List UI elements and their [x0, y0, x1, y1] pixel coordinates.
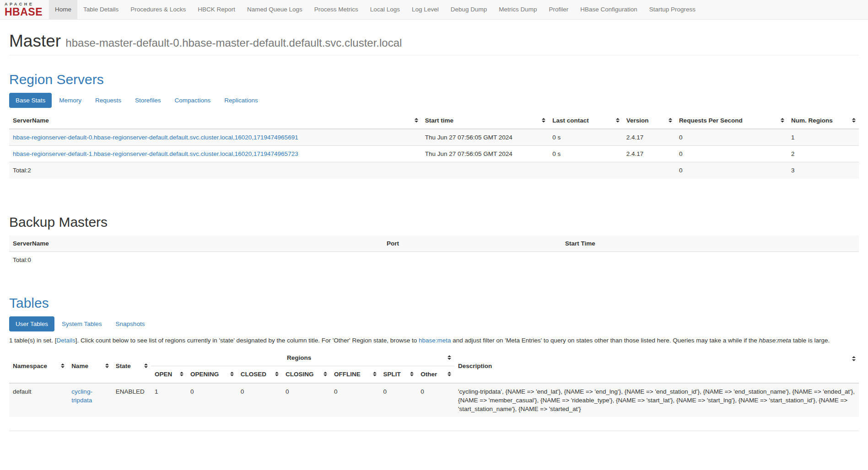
- last-contact-cell: 0 s: [549, 129, 623, 146]
- col-open[interactable]: OPEN: [151, 366, 187, 383]
- col-offline-label: OFFLINE: [334, 371, 361, 378]
- sort-icon: [275, 372, 279, 377]
- col-split[interactable]: SPLIT: [380, 366, 417, 383]
- last-contact-cell: 0 s: [549, 146, 623, 162]
- version-cell: 2.4.17: [623, 129, 675, 146]
- col-state[interactable]: State: [112, 350, 151, 383]
- col-name-label: Name: [71, 363, 88, 369]
- nav-item-log-level[interactable]: Log Level: [406, 0, 445, 19]
- tab-snapshots[interactable]: Snapshots: [109, 316, 151, 331]
- nav-item-startup-progress[interactable]: Startup Progress: [643, 0, 701, 19]
- region-servers-heading: Region Servers: [9, 72, 859, 87]
- start-time-cell: Thu Jun 27 07:56:05 GMT 2024: [421, 129, 549, 146]
- total-label: Total:2: [9, 162, 421, 179]
- col-last-contact-label: Last contact: [552, 117, 589, 124]
- sort-icon: [144, 363, 148, 369]
- state-cell: ENABLED: [112, 383, 151, 417]
- bm-col-servername: ServerName: [9, 235, 383, 252]
- navbar-menu: HomeTable DetailsProcedures & LocksHBCK …: [49, 0, 701, 19]
- col-last-contact[interactable]: Last contact: [549, 112, 623, 129]
- sort-icon: [323, 372, 327, 377]
- region-count-offline[interactable]: 0: [330, 383, 380, 417]
- hbase-logo[interactable]: APACHE HBASE: [0, 0, 49, 19]
- col-split-label: SPLIT: [383, 371, 401, 378]
- sort-icon: [373, 372, 377, 377]
- col-closed[interactable]: CLOSED: [237, 366, 282, 383]
- col-servername[interactable]: ServerName: [9, 112, 421, 129]
- nav-item-local-logs[interactable]: Local Logs: [364, 0, 406, 19]
- master-hostname: hbase-master-default-0.hbase-master-defa…: [65, 37, 402, 49]
- tab-replications[interactable]: Replications: [218, 93, 264, 108]
- region-count-opening[interactable]: 0: [187, 383, 237, 417]
- sort-icon: [447, 355, 451, 360]
- region-count-split[interactable]: 0: [380, 383, 417, 417]
- regionserver-link[interactable]: hbase-regionserver-default-1.hbase-regio…: [13, 150, 298, 157]
- details-link[interactable]: Details: [57, 337, 75, 344]
- regionserver-link[interactable]: hbase-regionserver-default-0.hbase-regio…: [13, 134, 298, 141]
- nav-item-profiler[interactable]: Profiler: [543, 0, 574, 19]
- sort-icon: [542, 118, 545, 123]
- table-name-link[interactable]: cycling-tripdata: [71, 388, 92, 404]
- col-other-label: Other: [421, 371, 437, 378]
- col-closing-label: CLOSING: [286, 371, 314, 378]
- col-version[interactable]: Version: [623, 112, 675, 129]
- sort-icon: [415, 118, 418, 123]
- col-description[interactable]: Description: [454, 350, 859, 383]
- num-regions-cell: 2: [787, 146, 859, 162]
- col-regions-group[interactable]: Regions: [151, 350, 454, 366]
- col-start-time[interactable]: Start time: [421, 112, 549, 129]
- tab-requests[interactable]: Requests: [89, 93, 128, 108]
- col-num-regions[interactable]: Num. Regions: [787, 112, 859, 129]
- col-offline[interactable]: OFFLINE: [330, 366, 380, 383]
- region-count-closed[interactable]: 0: [237, 383, 282, 417]
- requests-per-second-cell: 0: [675, 146, 787, 162]
- total-requests-per-second: 0: [675, 162, 787, 179]
- hbase-meta-link[interactable]: hbase:meta: [419, 337, 451, 344]
- col-other[interactable]: Other: [417, 366, 454, 383]
- nav-item-process-metrics[interactable]: Process Metrics: [308, 0, 364, 19]
- tables-tabs: User TablesSystem TablesSnapshots: [9, 316, 859, 331]
- backup-masters-table: ServerName Port Start Time Total:0: [9, 235, 859, 268]
- bm-col-port: Port: [383, 235, 561, 252]
- note-text: and adjust filter on 'Meta Entries' to q…: [451, 337, 759, 344]
- nav-item-table-details[interactable]: Table Details: [77, 0, 124, 19]
- tab-storefiles[interactable]: Storefiles: [129, 93, 167, 108]
- region-count-closing[interactable]: 0: [282, 383, 330, 417]
- col-name[interactable]: Name: [68, 350, 112, 383]
- tables-heading: Tables: [9, 295, 859, 311]
- region-server-row: hbase-regionserver-default-1.hbase-regio…: [9, 146, 859, 162]
- nav-item-home[interactable]: Home: [49, 0, 77, 19]
- sort-icon: [410, 372, 414, 377]
- page-header: Master hbase-master-default-0.hbase-mast…: [9, 32, 859, 55]
- sort-icon: [616, 118, 620, 123]
- nav-item-metrics-dump[interactable]: Metrics Dump: [493, 0, 543, 19]
- nav-item-named-queue-logs[interactable]: Named Queue Logs: [241, 0, 308, 19]
- sort-icon: [852, 356, 856, 361]
- col-state-label: State: [116, 363, 131, 369]
- logo-hbase-text: HBASE: [5, 7, 43, 17]
- tab-system-tables[interactable]: System Tables: [55, 316, 108, 331]
- tab-user-tables[interactable]: User Tables: [9, 316, 54, 331]
- tab-compactions[interactable]: Compactions: [168, 93, 217, 108]
- sort-icon: [105, 363, 109, 369]
- col-closing[interactable]: CLOSING: [282, 366, 330, 383]
- col-closed-label: CLOSED: [241, 371, 266, 378]
- col-requests-per-second[interactable]: Requests Per Second: [675, 112, 787, 129]
- tab-memory[interactable]: Memory: [53, 93, 88, 108]
- col-opening[interactable]: OPENING: [187, 366, 237, 383]
- tab-base-stats[interactable]: Base Stats: [9, 93, 52, 108]
- region-count-open[interactable]: 1: [151, 383, 187, 417]
- col-start-time-label: Start time: [425, 117, 453, 124]
- nav-item-procedures-locks[interactable]: Procedures & Locks: [124, 0, 192, 19]
- nav-item-debug-dump[interactable]: Debug Dump: [445, 0, 493, 19]
- backup-masters-total: Total:0: [9, 251, 383, 268]
- nav-item-hbase-configuration[interactable]: HBase Configuration: [574, 0, 643, 19]
- sort-icon: [180, 372, 183, 377]
- start-time-cell: Thu Jun 27 07:56:05 GMT 2024: [421, 146, 549, 162]
- nav-item-hbck-report[interactable]: HBCK Report: [192, 0, 241, 19]
- col-description-label: Description: [458, 363, 492, 369]
- note-text: table is large.: [791, 337, 830, 344]
- region-count-other[interactable]: 0: [417, 383, 454, 417]
- col-version-label: Version: [626, 117, 649, 124]
- col-namespace[interactable]: Namespace: [9, 350, 68, 383]
